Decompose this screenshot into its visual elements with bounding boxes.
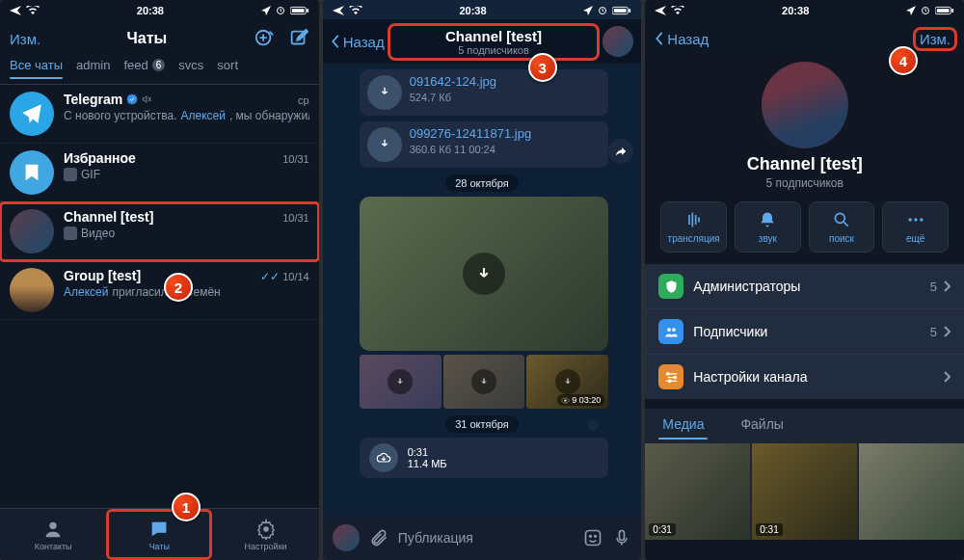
chats-icon <box>148 519 170 540</box>
tab-feed[interactable]: feed 6 <box>123 58 165 78</box>
compose-icon[interactable] <box>288 28 309 49</box>
chat-name: Telegram <box>64 92 151 107</box>
tab-all-chats[interactable]: Все чаты <box>10 58 63 78</box>
chat-row-saved[interactable]: Избранное 10/31 GIF <box>0 144 319 202</box>
chat-row-channel-test[interactable]: Channel [test] 10/31 Видео <box>0 202 319 261</box>
download-icon[interactable] <box>367 127 402 162</box>
wifi-icon <box>671 6 684 15</box>
file-name: 099276-12411871.jpg <box>410 127 532 141</box>
svg-point-14 <box>590 536 592 538</box>
edit-button[interactable]: Изм. <box>916 30 954 48</box>
tabbar-contacts[interactable]: Контакты <box>0 509 106 560</box>
attach-icon[interactable] <box>369 528 388 547</box>
chat-row-telegram[interactable]: Telegram ср С нового устройства. Алексей… <box>0 85 319 144</box>
action-sound[interactable]: звук <box>735 201 801 253</box>
telegram-icon <box>19 101 44 126</box>
media-thumb[interactable] <box>360 355 442 409</box>
file-message[interactable]: 099276-12411871.jpg 360.6 Кб 11 00:24 <box>360 121 609 168</box>
channel-subtitle: 5 подписчиков <box>400 44 588 56</box>
tabbar-settings[interactable]: Настройки <box>212 509 318 560</box>
new-chat-folder-icon[interactable] <box>254 28 275 49</box>
status-bar: 20:38 <box>0 0 319 19</box>
svg-point-27 <box>666 372 669 375</box>
row-label: Подписчики <box>693 324 920 339</box>
nav-header: Назад Изм. <box>645 19 964 58</box>
live-icon <box>684 210 704 229</box>
svg-rect-20 <box>951 9 953 13</box>
screen-channel-chat: 20:38 Назад Channel [test] 5 подписчиков… <box>323 0 642 560</box>
row-admins[interactable]: Администраторы 5 <box>645 264 964 309</box>
share-button[interactable] <box>608 139 633 164</box>
svg-point-23 <box>914 218 917 221</box>
svg-point-22 <box>908 218 911 221</box>
file-message[interactable]: 091642-124.jpg 524.7 Кб <box>360 69 609 116</box>
clock: 20:38 <box>459 5 486 16</box>
download-icon <box>555 369 580 394</box>
media-message[interactable] <box>360 197 609 351</box>
battery-icon <box>612 6 631 15</box>
svg-rect-13 <box>586 531 601 546</box>
callout-4: 4 <box>889 46 918 75</box>
segment-files[interactable]: Файлы <box>736 409 787 440</box>
chat-date: 10/31 <box>282 212 309 224</box>
location-icon <box>906 6 916 15</box>
row-subscribers[interactable]: Подписчики 5 <box>645 309 964 355</box>
sticker-icon[interactable] <box>583 528 602 547</box>
svg-rect-3 <box>307 9 308 13</box>
download-icon[interactable] <box>463 253 505 295</box>
chat-name: Channel [test] <box>64 209 153 225</box>
row-channel-settings[interactable]: Настройки канала <box>645 355 964 399</box>
tab-sort[interactable]: sort <box>217 58 238 78</box>
tab-feed-badge: 6 <box>152 59 166 71</box>
profile-avatar[interactable] <box>762 62 848 148</box>
tab-bar: Контакты Чаты Настройки <box>0 508 319 560</box>
action-more[interactable]: ещё <box>882 201 949 253</box>
tab-svcs[interactable]: svcs <box>178 58 203 78</box>
nav-header: Изм. Чаты <box>0 19 319 58</box>
media-thumb[interactable] <box>443 355 525 409</box>
action-live[interactable]: трансляция <box>660 201 727 253</box>
channel-title-block[interactable]: Channel [test] 5 подписчиков <box>390 26 598 58</box>
bell-icon <box>758 210 777 229</box>
chat-name: Избранное <box>64 150 136 166</box>
download-icon[interactable] <box>367 75 402 110</box>
battery-icon <box>935 6 954 15</box>
segment-media[interactable]: Медиа <box>658 409 708 440</box>
channel-header: Назад Channel [test] 5 подписчиков <box>323 19 642 64</box>
edit-button[interactable]: Изм. <box>10 31 40 47</box>
tab-admin[interactable]: admin <box>76 58 110 78</box>
sender-avatar[interactable] <box>333 524 360 551</box>
mic-icon[interactable] <box>612 528 631 547</box>
svg-point-15 <box>595 536 597 538</box>
row-value <box>943 371 951 383</box>
file-name: 091642-124.jpg <box>410 75 496 89</box>
download-icon <box>471 369 496 394</box>
profile-actions: трансляция звук поиск ещё <box>645 190 964 264</box>
screen-channel-profile: 20:38 Назад Изм. Channel [test] 5 подпис… <box>645 0 964 560</box>
svg-rect-10 <box>614 9 627 13</box>
message-scroll[interactable]: 091642-124.jpg 524.7 Кб 099276-12411871.… <box>323 64 642 516</box>
chat-date: ср <box>298 94 309 106</box>
row-label: Администраторы <box>693 279 920 294</box>
callout-2: 2 <box>164 273 193 302</box>
media-tile[interactable]: 0:31 <box>752 443 857 540</box>
profile-segments: Медиа Файлы <box>645 409 964 440</box>
media-thumb[interactable]: 9 03:20 <box>526 355 608 409</box>
location-icon <box>583 6 593 15</box>
row-value: 5 <box>930 325 951 339</box>
channel-avatar[interactable] <box>602 26 633 57</box>
action-search[interactable]: поиск <box>809 201 875 253</box>
more-icon <box>906 210 925 229</box>
back-button[interactable]: Назад <box>655 31 709 47</box>
svg-point-6 <box>49 521 56 528</box>
screen-chats: 20:38 Изм. Чаты Все чаты admin feed 6 sv… <box>0 0 319 560</box>
callout-1: 1 <box>172 493 201 521</box>
bookmark-icon <box>21 162 42 183</box>
contacts-icon <box>42 519 64 540</box>
chat-row-group-test[interactable]: Group [test] ✓✓ 10/14 Алексей пригласил(… <box>0 261 319 320</box>
compose-input[interactable]: Публикация <box>398 530 575 546</box>
svg-point-25 <box>667 328 671 332</box>
media-tile[interactable]: 0:31 <box>645 443 750 540</box>
back-button[interactable]: Назад <box>331 34 385 50</box>
media-tile[interactable] <box>859 443 964 540</box>
